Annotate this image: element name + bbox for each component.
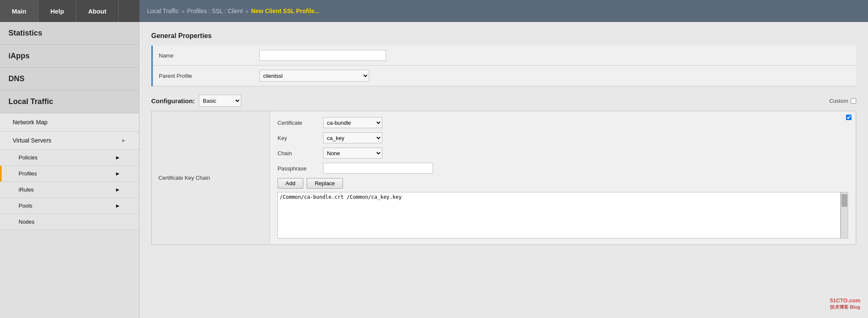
sidebar-item-policies[interactable]: Policies ► xyxy=(0,150,139,166)
sidebar-section-statistics[interactable]: Statistics xyxy=(0,22,139,45)
configuration-header: Configuration: Basic Advanced Custom xyxy=(151,95,856,107)
sidebar-item-irules-label: iRules xyxy=(19,186,34,193)
name-input[interactable] xyxy=(259,50,386,61)
passphrase-input[interactable] xyxy=(323,163,433,174)
custom-checkbox[interactable] xyxy=(851,98,856,104)
nav-help[interactable]: Help xyxy=(38,0,76,22)
custom-label: Custom xyxy=(829,98,848,104)
sidebar-item-profiles[interactable]: Profiles ► xyxy=(0,166,139,182)
sidebar-item-nodes-label: Nodes xyxy=(19,219,35,225)
general-properties-title: General Properties xyxy=(151,32,856,40)
chain-row: Chain None xyxy=(278,148,848,159)
table-row-parent-profile: Parent Profile clientssl xyxy=(152,66,856,86)
sidebar-item-network-map-label: Network Map xyxy=(13,119,47,126)
chevron-right-icon: ► xyxy=(115,186,120,193)
certificate-select[interactable]: ca-bundle xyxy=(323,117,382,128)
top-nav: Main Help About xyxy=(0,0,139,22)
key-label: Key xyxy=(278,135,320,141)
parent-profile-select[interactable]: clientssl xyxy=(259,70,369,82)
general-properties-table: Name Parent Profile clientssl xyxy=(151,46,856,86)
sidebar-item-nodes[interactable]: Nodes xyxy=(0,214,139,230)
chevron-right-icon: ► xyxy=(115,203,120,209)
sidebar-item-pools[interactable]: Pools ► xyxy=(0,198,139,214)
table-row-name: Name xyxy=(152,46,856,66)
certificate-row: Certificate ca-bundle xyxy=(278,117,848,128)
breadcrumb-profiles-ssl-client[interactable]: Profiles : SSL : Client xyxy=(187,8,243,14)
sidebar-section-local-traffic[interactable]: Local Traffic xyxy=(0,90,139,113)
breadcrumb: Local Traffic » Profiles : SSL : Client … xyxy=(139,0,868,22)
replace-button[interactable]: Replace xyxy=(307,178,343,189)
sidebar-section-iapps[interactable]: iApps xyxy=(0,45,139,68)
breadcrumb-sep-2: » xyxy=(245,8,249,14)
content-area: General Properties Name Parent Profile c… xyxy=(139,22,868,318)
passphrase-row: Passphrase xyxy=(278,163,848,174)
configuration-label: Configuration: xyxy=(151,97,195,104)
sidebar: Statistics iApps DNS Local Traffic Netwo… xyxy=(0,22,139,318)
parent-profile-label: Parent Profile xyxy=(152,66,253,86)
sidebar-item-network-map[interactable]: Network Map xyxy=(0,113,139,132)
key-row: Key ca_key xyxy=(278,132,848,143)
sidebar-item-pools-label: Pools xyxy=(19,203,33,209)
breadcrumb-current: New Client SSL Profile... xyxy=(251,8,320,14)
chain-label: Chain xyxy=(278,150,320,156)
certificate-label: Certificate xyxy=(278,120,320,126)
cert-chain-textarea[interactable]: /Common/ca-bundle.crt /Common/ca_key.key xyxy=(278,192,841,238)
chevron-right-icon: ► xyxy=(115,154,120,161)
chevron-right-icon: ► xyxy=(115,170,120,177)
configuration-mode-select[interactable]: Basic Advanced xyxy=(199,95,241,107)
chevron-right-icon: ► xyxy=(121,137,126,143)
cert-chain-buttons: Add Replace xyxy=(278,178,848,189)
sidebar-item-virtual-servers[interactable]: Virtual Servers ► xyxy=(0,132,139,150)
config-inner-checkbox-area xyxy=(846,115,852,121)
nav-about[interactable]: About xyxy=(76,0,119,22)
nav-main[interactable]: Main xyxy=(0,0,38,22)
custom-checkbox-area: Custom xyxy=(829,98,856,104)
breadcrumb-sep-1: » xyxy=(181,8,185,14)
config-inner-checkbox[interactable] xyxy=(846,115,852,120)
sidebar-item-irules[interactable]: iRules ► xyxy=(0,182,139,198)
passphrase-label: Passphrase xyxy=(278,165,320,172)
config-box-right: Certificate ca-bundle Key ca_key Chain xyxy=(270,111,856,244)
sidebar-item-profiles-label: Profiles xyxy=(19,170,37,177)
key-select[interactable]: ca_key xyxy=(323,132,382,143)
sidebar-item-virtual-servers-label: Virtual Servers xyxy=(13,137,52,144)
add-button[interactable]: Add xyxy=(278,178,303,189)
certificate-key-chain-label: Certificate Key Chain xyxy=(152,111,270,244)
textarea-scrollbar xyxy=(841,192,848,238)
cert-chain-textarea-area: /Common/ca-bundle.crt /Common/ca_key.key xyxy=(278,192,848,238)
name-label: Name xyxy=(152,46,253,66)
scrollbar-thumb xyxy=(841,194,847,207)
chain-select[interactable]: None xyxy=(323,148,382,159)
configuration-box: Certificate Key Chain Certificate ca-bun… xyxy=(151,111,856,245)
sidebar-item-policies-label: Policies xyxy=(19,154,38,161)
breadcrumb-local-traffic[interactable]: Local Traffic xyxy=(147,8,179,14)
sidebar-section-dns[interactable]: DNS xyxy=(0,68,139,90)
